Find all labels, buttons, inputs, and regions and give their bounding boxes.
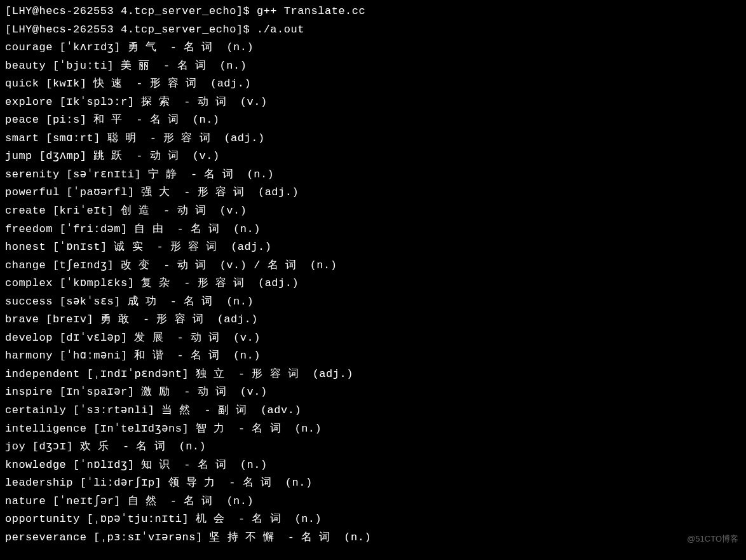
output-line: knowledge [ˈnɒlɪdʒ] 知 识 - 名 词 (n.) [5,456,741,475]
prompt-line: [LHY@hecs-262553 4.tcp_server_echo]$ g++… [5,3,741,21]
output-line: perseverance [ˌpɜːsɪˈvɪərəns] 坚 持 不 懈 - … [5,529,741,547]
output-line: intelligence [ɪnˈtelɪdʒəns] 智 力 - 名 词 (n… [5,420,741,439]
output-line: create [kriˈeɪt] 创 造 - 动 词 (v.) [5,202,741,221]
terminal-output[interactable]: [LHY@hecs-262553 4.tcp_server_echo]$ g++… [5,3,741,547]
output-line: joy [dʒɔɪ] 欢 乐 - 名 词 (n.) [5,438,741,456]
output-line: complex [ˈkɒmplɛks] 复 杂 - 形 容 词 (adj.) [5,275,741,293]
output-line: opportunity [ˌɒpəˈtjuːnɪti] 机 会 - 名 词 (n… [5,510,741,529]
output-line: explore [ɪkˈsplɔːr] 探 索 - 动 词 (v.) [5,93,741,112]
output-line: peace [piːs] 和 平 - 名 词 (n.) [5,111,741,130]
output-line: freedom [ˈfriːdəm] 自 由 - 名 词 (n.) [5,221,741,239]
output-line: beauty [ˈbjuːti] 美 丽 - 名 词 (n.) [5,57,741,76]
output-line: honest [ˈɒnɪst] 诚 实 - 形 容 词 (adj.) [5,238,741,257]
output-line: change [tʃeɪndʒ] 改 变 - 动 词 (v.) / 名 词 (n… [5,257,741,275]
output-line: harmony [ˈhɑːməni] 和 谐 - 名 词 (n.) [5,347,741,365]
output-line: leadership [ˈliːdərʃɪp] 领 导 力 - 名 词 (n.) [5,474,741,493]
output-line: brave [breɪv] 勇 敢 - 形 容 词 (adj.) [5,311,741,329]
output-line: nature [ˈneɪtʃər] 自 然 - 名 词 (n.) [5,493,741,511]
output-line: success [səkˈsɛs] 成 功 - 名 词 (n.) [5,293,741,311]
output-line: develop [dɪˈvɛləp] 发 展 - 动 词 (v.) [5,329,741,348]
prompt-line: [LHY@hecs-262553 4.tcp_server_echo]$ ./a… [5,21,741,39]
output-line: certainly [ˈsɜːrtənli] 当 然 - 副 词 (adv.) [5,402,741,420]
output-line: jump [dʒʌmp] 跳 跃 - 动 词 (v.) [5,147,741,166]
output-line: inspire [ɪnˈspaɪər] 激 励 - 动 词 (v.) [5,383,741,402]
watermark: @51CTO博客 [687,532,738,546]
output-line: smart [smɑːrt] 聪 明 - 形 容 词 (adj.) [5,130,741,148]
output-line: independent [ˌɪndɪˈpɛndənt] 独 立 - 形 容 词 … [5,365,741,384]
output-line: serenity [səˈrɛnɪti] 宁 静 - 名 词 (n.) [5,166,741,184]
output-line: courage [ˈkʌrɪdʒ] 勇 气 - 名 词 (n.) [5,39,741,57]
output-line: quick [kwɪk] 快 速 - 形 容 词 (adj.) [5,75,741,93]
output-line: powerful [ˈpaʊərfl] 强 大 - 形 容 词 (adj.) [5,184,741,202]
